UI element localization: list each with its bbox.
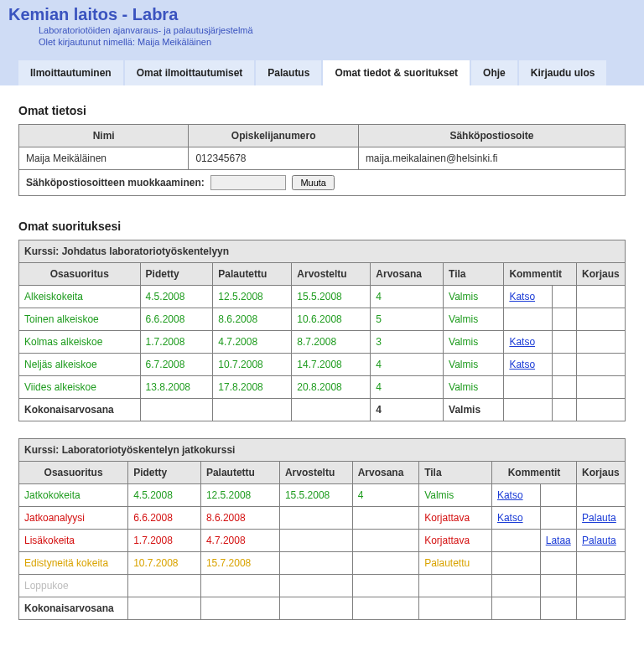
c1-h-tila: Tila [444,262,504,285]
app-subtitle-1: Laboratoriotöiden ajanvaraus- ja palautu… [39,24,636,36]
c2r0-osa: Jatkokokeita [19,483,128,506]
c1-total-tila: Valmis [444,398,504,421]
c2r2-tila: Korjattava [419,529,492,551]
c2r1-korjaus-link[interactable]: Palauta [582,512,616,524]
c2-h-pid: Pidetty [128,461,201,483]
tab-ilmoittautuminen[interactable]: Ilmoittautuminen [18,60,123,85]
c1r3-osa: Neljäs alkeiskoe [19,353,141,375]
c1r3-pid: 6.7.2008 [140,353,213,375]
c1r2-arvs: 3 [371,330,444,353]
c1r2-pal: 4.7.2008 [213,330,292,353]
c1-h-pal: Palautettu [213,262,292,285]
c2r3-pal: 15.7.2008 [200,551,279,574]
course2-title: Kurssi: Laboratoriotyöskentelyn jatkokur… [19,438,626,461]
c2-h-kom: Kommentit [491,461,576,483]
c1r2-kommentit-link[interactable]: Katso [509,336,535,348]
info-table: Nimi Opiskelijanumero Sähköpostiosoite M… [18,124,626,196]
app-subtitle-login: Olet kirjautunut nimellä: Maija Meikäläi… [39,36,636,48]
c1r2-pid: 1.7.2008 [140,330,213,353]
c1r0-pal: 12.5.2008 [213,285,292,308]
c2r1-pid: 6.6.2008 [128,506,201,529]
c1-row-0: Alkeiskokeita 4.5.2008 12.5.2008 15.5.20… [19,285,626,308]
c2r2-korjaus-link[interactable]: Palauta [582,535,616,546]
c2r0-pal: 12.5.2008 [200,483,279,506]
c1r4-tila: Valmis [444,375,504,398]
header: Kemian laitos - Labra Laboratoriotöiden … [0,0,644,52]
c1-total-row: Kokonaisarvosana 4 Valmis [19,398,626,421]
c1-h-kor: Korjaus [577,262,626,285]
c1r0-pid: 4.5.2008 [140,285,213,308]
info-email: maija.meikalainen@helsinki.fi [358,147,625,169]
c1-total-label: Kokonaisarvosana [19,398,141,421]
c1r4-arvs: 4 [371,375,444,398]
c1r0-arvs: 4 [371,285,444,308]
info-header-nimi: Nimi [19,124,189,147]
c2-total-label: Kokonaisarvosana [19,597,128,619]
c2-row-0: Jatkokokeita 4.5.2008 12.5.2008 15.5.200… [19,483,626,506]
c2-row-1: Jatkoanalyysi 6.6.2008 8.6.2008 Korjatta… [19,506,626,529]
c2-h-pal: Palautettu [200,461,279,483]
c1r1-pal: 8.6.2008 [213,308,292,330]
c2-h-arvs: Arvosana [352,461,419,483]
tab-ohje[interactable]: Ohje [471,60,517,85]
email-change-button[interactable]: Muuta [292,175,335,190]
c2r1-pal: 8.6.2008 [200,506,279,529]
c1r3-arv: 14.7.2008 [292,353,371,375]
section-omat-suorituksesi: Omat suorituksesi [18,220,626,233]
c2-h-arv: Arvosteltu [279,461,352,483]
c2-row-4: Loppukoe [19,574,626,597]
c1r3-kommentit-link[interactable]: Katso [509,359,535,370]
c2r1-tila: Korjattava [419,506,492,529]
c1-h-osa: Osasuoritus [19,262,141,285]
c2-h-osa: Osasuoritus [19,461,128,483]
email-edit-label: Sähköpostiosoitteen muokkaaminen: [26,177,205,189]
course-table-1: Kurssi: Johdatus laboratoriotyöskentelyy… [18,240,626,421]
c2r0-tila: Valmis [419,483,492,506]
c1r2-tila: Valmis [444,330,504,353]
c2r2-lataa-link[interactable]: Lataa [546,535,571,546]
c2r2-pid: 1.7.2008 [128,529,201,551]
tab-kirjaudu-ulos[interactable]: Kirjaudu ulos [519,60,607,85]
c1-h-pid: Pidetty [140,262,213,285]
c2r1-kommentit-link[interactable]: Katso [497,512,523,524]
tab-omat-ilmoittautumiset[interactable]: Omat ilmoittautumiset [125,60,255,85]
info-name: Maija Meikäläinen [19,147,189,169]
tab-omat-tiedot-suoritukset[interactable]: Omat tiedot & suoritukset [323,60,470,85]
c2-h-kor: Korjaus [577,461,626,483]
info-header-opiskelijanumero: Opiskelijanumero [189,124,358,147]
c1-row-1: Toinen alkeiskoe 6.6.2008 8.6.2008 10.6.… [19,308,626,330]
c1r0-kommentit-link[interactable]: Katso [509,291,535,302]
c1r2-osa: Kolmas alkeiskoe [19,330,141,353]
c1-h-arv: Arvosteltu [292,262,371,285]
c1r3-tila: Valmis [444,353,504,375]
c2-h-tila: Tila [419,461,492,483]
c2r0-arvs: 4 [352,483,419,506]
tab-palautus[interactable]: Palautus [256,60,321,85]
c1r3-pal: 10.7.2008 [213,353,292,375]
c2-total-row: Kokonaisarvosana [19,597,626,619]
c2r1-osa: Jatkoanalyysi [19,506,128,529]
c2r0-pid: 4.5.2008 [128,483,201,506]
c2r3-osa: Edistyneitä kokeita [19,551,128,574]
c2r0-kommentit-link[interactable]: Katso [497,489,523,501]
c1r1-osa: Toinen alkeiskoe [19,308,141,330]
course1-title: Kurssi: Johdatus laboratoriotyöskentelyy… [19,240,626,262]
app-title: Kemian laitos - Labra [8,5,636,24]
c2r2-osa: Lisäkokeita [19,529,128,551]
c2r3-tila: Palautettu [419,551,492,574]
c1r1-arv: 10.6.2008 [292,308,371,330]
c1r4-osa: Viides alkeiskoe [19,375,141,398]
tab-bar: Ilmoittautuminen Omat ilmoittautumiset P… [0,52,644,85]
c1r1-pid: 6.6.2008 [140,308,213,330]
c1-h-arvs: Arvosana [371,262,444,285]
course-table-2: Kurssi: Laboratoriotyöskentelyn jatkokur… [18,438,626,620]
info-student-number: 012345678 [189,147,358,169]
c2-row-2: Lisäkokeita 1.7.2008 4.7.2008 Korjattava… [19,529,626,551]
c1r0-osa: Alkeiskokeita [19,285,141,308]
main-content: Omat tietosi Nimi Opiskelijanumero Sähkö… [0,85,644,655]
c2r2-pal: 4.7.2008 [200,529,279,551]
c1r0-arv: 15.5.2008 [292,285,371,308]
c1r0-tila: Valmis [444,285,504,308]
email-input[interactable] [210,175,286,190]
c1r1-arvs: 5 [371,308,444,330]
